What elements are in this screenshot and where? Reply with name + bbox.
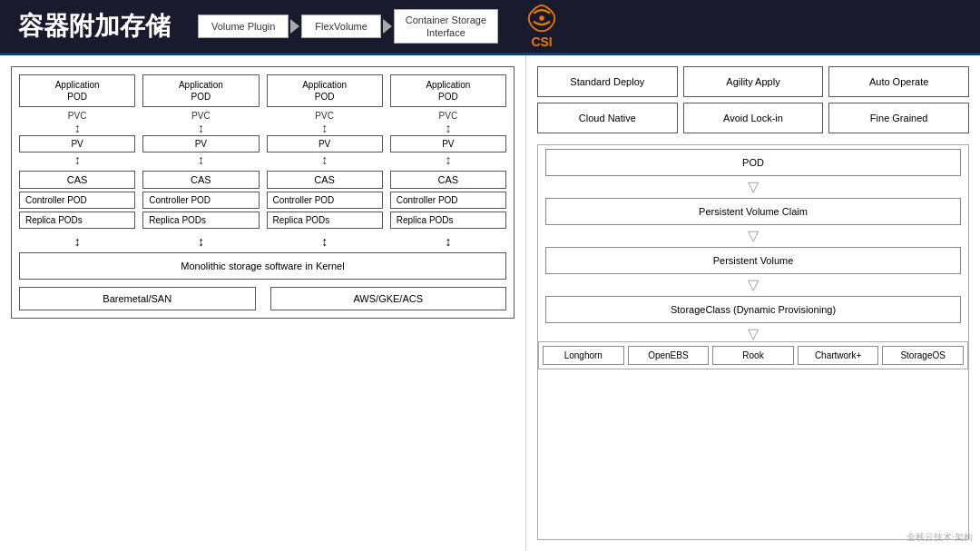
controller-4: Controller POD xyxy=(390,192,506,209)
pipeline-arrow-2 xyxy=(383,19,392,34)
replica-3: Replica PODs xyxy=(267,212,383,229)
pv-1: PV xyxy=(19,135,135,153)
hier-arrow-4: ▽ xyxy=(538,327,968,341)
feature-grid: Standard Deploy Agility Apply Auto Opera… xyxy=(537,66,969,133)
app-pod-4: ApplicationPOD xyxy=(390,74,506,107)
page-title: 容器附加存储 xyxy=(18,9,171,44)
header: 容器附加存储 Volume Plugin FlexVolume Containe… xyxy=(0,0,980,53)
feature-cloud-native: Cloud Native xyxy=(537,103,678,133)
pv-4: PV xyxy=(390,135,506,153)
col-1: ApplicationPOD PVC ↕ PV ↕ CAS Controller… xyxy=(19,74,135,229)
cas-1: CAS xyxy=(19,171,135,189)
pvc-4: PVC xyxy=(439,111,458,121)
cas-4: CAS xyxy=(390,171,506,189)
pipeline-step-2: FlexVolume xyxy=(301,15,380,38)
replica-1: Replica PODs xyxy=(19,212,135,229)
col-3: ApplicationPOD PVC ↕ PV ↕ CAS Controller… xyxy=(267,74,383,229)
feature-fine-grained: Fine Grained xyxy=(828,103,969,133)
feature-standard-deploy: Standard Deploy xyxy=(537,66,678,97)
hier-pv: Persistent Volume xyxy=(545,247,961,274)
left-panel: ApplicationPOD PVC ↕ PV ↕ CAS Controller… xyxy=(0,55,526,551)
logo-rook: Rook xyxy=(712,346,794,365)
down-arrow-4: ↕ xyxy=(390,234,506,249)
main-content: ApplicationPOD PVC ↕ PV ↕ CAS Controller… xyxy=(0,53,980,551)
hierarchy-section: POD ▽ Persistent Volume Claim ▽ Persiste… xyxy=(537,144,969,540)
logos-row: Longhorn OpenEBS Rook Chartwork+ Storage… xyxy=(538,341,968,369)
csi-logo: CSI xyxy=(525,4,558,49)
pv-3: PV xyxy=(267,135,383,153)
pvc-3: PVC xyxy=(315,111,334,121)
arrow-6: ↕ xyxy=(321,153,328,166)
cas-2: CAS xyxy=(142,171,259,189)
pvc-2: PVC xyxy=(191,111,211,121)
bottom-storage-row: Baremetal/SAN AWS/GKE/ACS xyxy=(19,287,506,310)
hier-row-pv: Persistent Volume xyxy=(538,243,968,278)
feature-avoid-lockin: Avoid Lock-in xyxy=(683,103,824,133)
arrow-1: ↕ xyxy=(74,122,81,134)
feature-auto-operate: Auto Operate xyxy=(828,66,969,97)
logo-storageos: StorageOS xyxy=(882,346,964,365)
arrow-5: ↕ xyxy=(321,122,328,134)
controller-2: Controller POD xyxy=(142,192,259,209)
logo-openebs: OpenEBS xyxy=(628,346,710,365)
right-panel: Standard Deploy Agility Apply Auto Opera… xyxy=(526,55,980,551)
csi-label: CSI xyxy=(531,34,552,49)
logo-longhorn: Longhorn xyxy=(543,346,624,365)
arrow-4: ↕ xyxy=(198,153,204,166)
replica-4: Replica PODs xyxy=(390,212,506,229)
down-arrow-3: ↕ xyxy=(267,234,383,249)
hier-arrow-1: ▽ xyxy=(538,180,968,194)
down-arrow-1: ↕ xyxy=(19,234,135,249)
app-pods-row: ApplicationPOD PVC ↕ PV ↕ CAS Controller… xyxy=(19,74,506,229)
hier-row-pvc: Persistent Volume Claim xyxy=(538,194,968,229)
hier-arrow-2: ▽ xyxy=(538,229,968,243)
arrow-7: ↕ xyxy=(445,122,451,134)
feature-agility-apply: Agility Apply xyxy=(683,66,824,97)
architecture-box: ApplicationPOD PVC ↕ PV ↕ CAS Controller… xyxy=(11,66,514,319)
pvc-1: PVC xyxy=(68,111,87,121)
hier-row-pod: POD xyxy=(538,145,968,180)
pipeline-step-1: Volume Plugin xyxy=(198,15,289,38)
aws-box: AWS/GKE/ACS xyxy=(270,287,507,310)
hier-pod: POD xyxy=(545,149,961,176)
baremetal-box: Baremetal/SAN xyxy=(19,287,256,310)
controller-3: Controller POD xyxy=(267,192,383,209)
hier-storageclass: StorageClass (Dynamic Provisioning) xyxy=(545,296,961,323)
hier-pvc: Persistent Volume Claim xyxy=(545,198,961,225)
logo-chartwork: Chartwork+ xyxy=(798,346,879,365)
replica-2: Replica PODs xyxy=(142,212,259,229)
pv-2: PV xyxy=(142,135,259,153)
controller-1: Controller POD xyxy=(19,192,135,209)
watermark: 全栈云技术·架构 xyxy=(906,531,973,544)
app-pod-2: ApplicationPOD xyxy=(142,74,259,107)
monolithic-box: Monolithic storage software in Kernel xyxy=(19,252,506,280)
down-arrow-2: ↕ xyxy=(142,234,259,249)
arrow-3: ↕ xyxy=(198,122,204,134)
col-2: ApplicationPOD PVC ↕ PV ↕ CAS Controller… xyxy=(142,74,259,229)
pipeline-arrow-1 xyxy=(290,19,299,34)
hier-arrow-3: ▽ xyxy=(538,278,968,292)
app-pod-1: ApplicationPOD xyxy=(19,74,135,107)
arrow-2: ↕ xyxy=(74,153,81,166)
cas-3: CAS xyxy=(267,171,383,189)
arrow-8: ↕ xyxy=(445,153,451,166)
app-pod-3: ApplicationPOD xyxy=(267,74,383,107)
pipeline-step-3: Container StorageInterface xyxy=(394,9,498,44)
hier-row-sc: StorageClass (Dynamic Provisioning) xyxy=(538,292,968,327)
down-arrows-row: ↕ ↕ ↕ ↕ xyxy=(19,234,506,249)
svg-point-0 xyxy=(539,15,544,20)
csi-icon xyxy=(525,4,558,33)
pipeline: Volume Plugin FlexVolume Container Stora… xyxy=(198,9,498,44)
col-4: ApplicationPOD PVC ↕ PV ↕ CAS Controller… xyxy=(390,74,506,229)
